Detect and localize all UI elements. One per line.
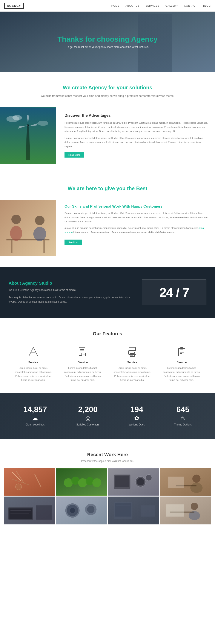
svg-point-15 xyxy=(10,226,22,241)
svg-rect-38 xyxy=(4,468,55,495)
nav-blog[interactable]: BLOG xyxy=(203,4,211,7)
feature-2-label: Service xyxy=(62,361,103,364)
work-item-8[interactable] xyxy=(160,496,211,524)
work-item-4[interactable] xyxy=(160,468,211,496)
service-clipboard-icon xyxy=(175,345,188,358)
work-item-6[interactable] xyxy=(56,496,107,524)
features-heading: Our Features xyxy=(9,331,206,336)
site-logo[interactable]: AGENCY xyxy=(4,3,24,9)
svg-rect-76 xyxy=(115,504,131,517)
read-more-button[interactable]: Read More xyxy=(65,152,84,158)
work-item-7[interactable] xyxy=(108,496,159,524)
stat-4-label: Theme Options xyxy=(174,423,192,426)
feature-3: Service Lorem ipsum dolor sit amet, cons… xyxy=(108,345,157,382)
feature-2: Service Lorem ipsum dolor sit amet, cons… xyxy=(58,345,108,382)
themes-icon: ♨ xyxy=(174,415,192,422)
service-printer-icon xyxy=(126,345,139,358)
dark-subtitle: We are a Creative Agency specializes in … xyxy=(9,288,133,292)
customers-icon: ◎ xyxy=(76,415,99,422)
svg-point-73 xyxy=(87,506,94,513)
svg-marker-18 xyxy=(29,347,38,356)
svg-rect-27 xyxy=(129,347,135,351)
dark-heading: About Agency Studio xyxy=(9,281,133,286)
navbar: AGENCY HOME ABOUT US SERVICES GALLERY CO… xyxy=(0,0,215,12)
features-grid: Service Lorem ipsum dolor sit amet, cons… xyxy=(9,345,206,382)
feature-3-desc: Lorem ipsum dolor sit amet, consectetur … xyxy=(112,366,153,382)
svg-rect-13 xyxy=(44,240,45,253)
svg-rect-12 xyxy=(11,240,13,253)
stat-3-number: 194 xyxy=(129,406,145,414)
nav-gallery[interactable]: GALLERY xyxy=(165,4,178,7)
work-item-1[interactable] xyxy=(4,468,55,496)
skills-content: Our Skills and Proffesional Work With Ha… xyxy=(56,200,215,250)
svg-point-58 xyxy=(190,483,202,493)
svg-rect-84 xyxy=(166,504,184,517)
create-section: We create Agency for your solutions We b… xyxy=(0,72,215,107)
stat-2: 2,200 ◎ Satisfied Customers xyxy=(76,406,99,426)
nav-services[interactable]: SERVICES xyxy=(146,4,159,7)
recent-work-subtitle: Praesent vitae sapien nisl, volutpat iac… xyxy=(4,460,211,462)
stat-2-number: 2,200 xyxy=(76,406,99,414)
svg-rect-63 xyxy=(10,508,32,519)
svg-point-8 xyxy=(13,115,22,120)
stat-3-label: Working Days xyxy=(129,423,145,426)
stat-4: 645 ♨ Theme Options xyxy=(174,406,192,426)
dark-section: About Agency Studio We are a Creative Ag… xyxy=(0,266,215,318)
svg-rect-52 xyxy=(115,476,129,487)
work-item-2[interactable] xyxy=(56,468,107,496)
svg-rect-67 xyxy=(36,505,52,520)
create-heading: We create Agency for your solutions xyxy=(4,84,211,90)
advantages-heading: Discover the Advantages xyxy=(65,113,208,118)
nav-home[interactable]: HOME xyxy=(111,4,120,7)
skills-image xyxy=(0,200,56,256)
advantages-para1: Pellentesque quis eros vestibulum turpis… xyxy=(65,121,208,134)
svg-point-9 xyxy=(38,121,48,126)
advantages-image xyxy=(0,107,56,164)
days-icon: ✿ xyxy=(129,415,145,422)
feature-1: Service Lorem ipsum dolor sit amet, cons… xyxy=(9,345,58,382)
feature-1-label: Service xyxy=(13,361,54,364)
svg-rect-77 xyxy=(141,505,155,516)
work-grid xyxy=(4,468,211,524)
hero-section: Thanks for choosing Agency To get the mo… xyxy=(0,12,215,72)
cloud-icon: ☁ xyxy=(23,415,47,422)
dark-stat-box: 24 / 7 xyxy=(142,280,206,305)
feature-3-label: Service xyxy=(112,361,153,364)
nav-links: HOME ABOUT US SERVICES GALLERY CONTACT B… xyxy=(111,4,211,7)
service-triangle-icon xyxy=(27,345,40,358)
work-item-3[interactable] xyxy=(108,468,159,496)
dark-description: Fusce quis nisl et lectus semper commodo… xyxy=(9,296,133,304)
best-heading: We are here to give you the Best xyxy=(4,186,211,192)
see-now-button[interactable]: See Now xyxy=(65,240,82,245)
hero-heading: Thanks for choosing Agency xyxy=(57,35,157,43)
feature-4: Service Lorem ipsum dolor sit amet, cons… xyxy=(157,345,206,382)
svg-point-55 xyxy=(146,475,152,481)
stat-1: 14,857 ☁ Clean code lines xyxy=(23,406,47,426)
skills-heading: Our Skills and Proffesional Work With Ha… xyxy=(65,204,208,209)
dark-stat: 24 / 7 xyxy=(159,285,189,300)
svg-point-49 xyxy=(92,478,101,487)
recent-work-section: Recent Work Here Praesent vitae sapien n… xyxy=(0,439,215,531)
svg-point-45 xyxy=(64,478,73,487)
nav-about[interactable]: ABOUT US xyxy=(126,4,139,7)
stat-3: 194 ✿ Working Days xyxy=(129,406,145,426)
nav-contact[interactable]: CONTACT xyxy=(184,4,197,7)
skills-section: Our Skills and Proffesional Work With Ha… xyxy=(0,200,215,256)
recent-work-heading: Recent Work Here xyxy=(4,452,211,458)
stat-4-number: 645 xyxy=(174,406,192,414)
advantages-content: Discover the Advantages Pellentesque qui… xyxy=(56,107,215,164)
advantages-section: Discover the Advantages Pellentesque qui… xyxy=(0,107,215,164)
skills-para2: quo et aliquid ornatus delicatissimi.mei… xyxy=(65,226,208,234)
best-section: We are here to give you the Best xyxy=(0,175,215,196)
svg-point-47 xyxy=(78,478,87,487)
skills-para1: Ea mei nostrum imperdiet deterruisset, m… xyxy=(65,211,208,224)
create-description: We build frameworks that respect your ti… xyxy=(4,94,211,98)
hero-subtitle: To get the most out of your Agency, lear… xyxy=(66,46,149,48)
svg-rect-60 xyxy=(168,476,184,488)
stats-section: 14,857 ☁ Clean code lines 2,200 ◎ Satisf… xyxy=(0,393,215,439)
stat-2-label: Satisfied Customers xyxy=(76,423,99,426)
feature-1-desc: Lorem ipsum dolor sit amet, consectetur … xyxy=(13,366,54,382)
svg-point-81 xyxy=(191,503,198,510)
work-item-5[interactable] xyxy=(4,496,55,524)
feature-2-desc: Lorem ipsum dolor sit amet, consectetur … xyxy=(62,366,103,382)
